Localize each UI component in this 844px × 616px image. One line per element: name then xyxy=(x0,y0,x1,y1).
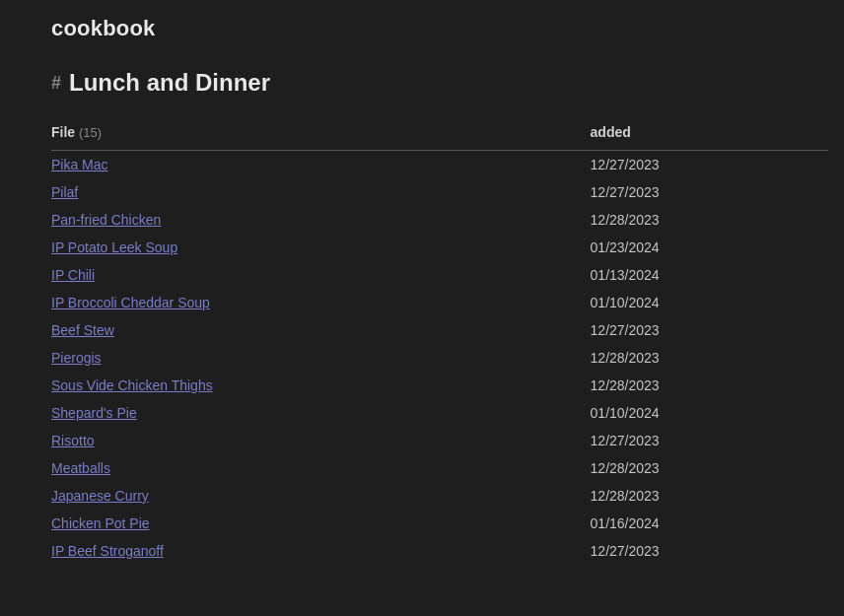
column-header-file: File (15) xyxy=(51,116,591,151)
file-link[interactable]: Chicken Pot Pie xyxy=(51,515,150,531)
file-date: 12/27/2023 xyxy=(591,316,828,344)
page-title: Lunch and Dinner xyxy=(69,69,270,97)
column-header-added: added xyxy=(591,116,828,151)
table-row: Shepard's Pie01/10/2024 xyxy=(51,399,828,427)
file-date: 12/27/2023 xyxy=(591,537,828,565)
table-row: Meatballs12/28/2023 xyxy=(51,454,828,482)
table-row: Pika Mac12/27/2023 xyxy=(51,151,828,179)
file-date: 12/28/2023 xyxy=(591,454,828,482)
file-date: 01/23/2024 xyxy=(591,234,828,261)
file-date: 12/28/2023 xyxy=(591,482,828,510)
table-row: Beef Stew12/27/2023 xyxy=(51,316,828,344)
file-link[interactable]: Pan-fried Chicken xyxy=(51,212,161,228)
file-link[interactable]: Pika Mac xyxy=(51,157,108,172)
file-link[interactable]: IP Chili xyxy=(51,267,95,283)
table-row: Sous Vide Chicken Thighs12/28/2023 xyxy=(51,372,828,399)
file-date: 01/10/2024 xyxy=(591,289,828,316)
table-row: Pierogis12/28/2023 xyxy=(51,344,828,372)
table-header-row: File (15) added xyxy=(51,116,828,151)
file-date: 12/28/2023 xyxy=(591,206,828,234)
table-row: Pan-fried Chicken12/28/2023 xyxy=(51,206,828,234)
table-row: Japanese Curry12/28/2023 xyxy=(51,482,828,510)
table-row: IP Potato Leek Soup01/23/2024 xyxy=(51,234,828,261)
file-link[interactable]: Sous Vide Chicken Thighs xyxy=(51,377,213,393)
table-row: IP Broccoli Cheddar Soup01/10/2024 xyxy=(51,289,828,316)
file-link[interactable]: Beef Stew xyxy=(51,322,114,338)
file-link[interactable]: IP Beef Stroganoff xyxy=(51,543,164,559)
file-date: 01/10/2024 xyxy=(591,399,828,427)
file-date: 12/28/2023 xyxy=(591,344,828,372)
table-row: IP Chili01/13/2024 xyxy=(51,261,828,289)
file-date: 12/27/2023 xyxy=(591,151,828,179)
file-link[interactable]: IP Broccoli Cheddar Soup xyxy=(51,295,210,310)
file-link[interactable]: Risotto xyxy=(51,433,95,448)
file-link[interactable]: Pierogis xyxy=(51,350,102,366)
app-title: cookbook xyxy=(16,8,828,57)
table-row: IP Beef Stroganoff12/27/2023 xyxy=(51,537,828,565)
file-date: 12/27/2023 xyxy=(591,178,828,206)
file-link[interactable]: Japanese Curry xyxy=(51,488,149,504)
file-date: 01/16/2024 xyxy=(591,510,828,537)
file-link[interactable]: Shepard's Pie xyxy=(51,405,137,421)
table-row: Chicken Pot Pie01/16/2024 xyxy=(51,510,828,537)
table-row: Risotto12/27/2023 xyxy=(51,427,828,454)
file-date: 12/28/2023 xyxy=(591,372,828,399)
file-link[interactable]: IP Potato Leek Soup xyxy=(51,240,177,255)
file-table: File (15) added Pika Mac12/27/2023Pilaf1… xyxy=(51,116,828,565)
file-link[interactable]: Meatballs xyxy=(51,460,110,476)
table-row: Pilaf12/27/2023 xyxy=(51,178,828,206)
page-heading-wrapper: # Lunch and Dinner xyxy=(16,57,828,116)
file-date: 01/13/2024 xyxy=(591,261,828,289)
file-date: 12/27/2023 xyxy=(591,427,828,454)
hash-icon: # xyxy=(51,73,61,94)
file-link[interactable]: Pilaf xyxy=(51,184,78,200)
